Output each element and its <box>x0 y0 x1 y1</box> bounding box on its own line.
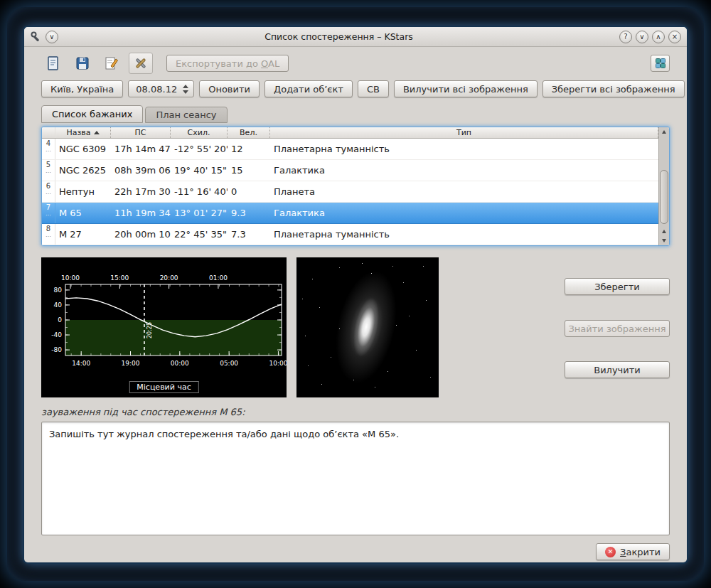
minimize-button[interactable]: ∨ <box>636 31 648 43</box>
spinbox-arrows-icon[interactable] <box>183 85 188 94</box>
row-number: 5… <box>42 160 55 181</box>
tab-wishlist[interactable]: Список бажаних <box>41 105 143 123</box>
top-tick-label: 10:00 <box>61 274 80 282</box>
row-number: 7… <box>42 203 55 223</box>
cell-type: Галактика <box>270 160 658 181</box>
find-image-button[interactable]: Знайти зображення <box>565 320 670 337</box>
add-object-button[interactable]: Додати об’єкт <box>264 80 353 97</box>
cell-mag: 0 <box>228 181 270 202</box>
cell-name: NGC 6309 <box>55 139 111 159</box>
cell-dec: 19° 40' 15" <box>171 160 228 181</box>
y-tick-label: 0 <box>58 316 62 324</box>
y-tick-label: -40 <box>51 331 62 338</box>
x-tick-label: 10:00 <box>269 360 287 367</box>
sort-ascending-icon <box>94 131 100 134</box>
save-list-button[interactable] <box>70 53 95 74</box>
main-toolbar: Експортувати до OAL <box>24 47 687 77</box>
cell-type: Галактика <box>270 203 658 223</box>
scrollbar-track[interactable] <box>659 137 669 227</box>
below-horizon-region <box>65 320 282 356</box>
table-row[interactable]: 4…NGC 630917h 14m 47s-12° 55' 20"12Плане… <box>42 139 658 160</box>
altitude-plot-svg: 14:0019:0000:0005:0010:0010:0015:0020:00… <box>41 257 287 373</box>
wut-button[interactable]: СВ <box>358 80 389 97</box>
date-picker[interactable]: 08.08.12 <box>128 80 194 97</box>
cell-ra: 08h 39m 06s <box>111 160 171 181</box>
x-tick-label: 00:00 <box>171 360 189 367</box>
object-image <box>296 257 439 397</box>
tab-session-plan[interactable]: План сеансу <box>145 107 227 123</box>
tools-button[interactable] <box>129 53 153 74</box>
scroll-up-alt-icon[interactable] <box>659 227 669 236</box>
x-tick-label: 14:00 <box>72 360 90 367</box>
header-name[interactable]: Назва <box>55 127 111 138</box>
maximize-button[interactable]: ∧ <box>652 31 665 43</box>
details-section: 14:0019:0000:0005:0010:0010:0015:0020:00… <box>41 257 670 397</box>
time-marker-label: 20:25 <box>146 322 153 338</box>
top-tick-label: 15:00 <box>110 274 129 282</box>
grid-view-icon <box>655 58 666 69</box>
altitude-vs-time-plot: 14:0019:0000:0005:0010:0010:0015:0020:00… <box>41 257 287 397</box>
export-label-post: AL <box>268 58 279 69</box>
scroll-up-icon[interactable] <box>659 127 669 137</box>
cell-dec: 22° 45' 35" <box>171 224 228 245</box>
remove-all-images-button[interactable]: Вилучити всі зображення <box>394 80 538 97</box>
header-ra[interactable]: ПС <box>111 127 171 138</box>
close-icon: ✕ <box>605 547 616 557</box>
table-scrollbar[interactable] <box>658 127 669 245</box>
y-tick-label: 40 <box>54 301 63 309</box>
window-title: Список спостереження – KStars <box>58 31 619 42</box>
cell-mag: 15 <box>228 160 270 181</box>
export-accel: O <box>261 58 268 69</box>
wizard-button[interactable] <box>100 53 124 74</box>
table-row[interactable]: 8…M 2720h 00m 10s22° 45' 35"7.3Планетарн… <box>42 224 658 245</box>
window-menu-button[interactable]: ∨ <box>46 31 58 43</box>
plot-xlabel: Місцевий час <box>129 381 198 393</box>
close-label: акрити <box>626 547 661 557</box>
export-oal-button[interactable]: Експортувати до OAL <box>166 55 289 72</box>
table-header-row: Назва ПС Схил. Вел. Тип <box>42 127 658 139</box>
table-row[interactable]: 7…M 6511h 19m 34s13° 01' 27"9.3Галактика <box>42 203 658 224</box>
save-all-images-button[interactable]: Зберегти всі зображення <box>542 80 685 97</box>
y-tick-label: 80 <box>54 287 63 294</box>
observing-list-table: Назва ПС Схил. Вел. Тип 4…NGC 630917h 14… <box>41 127 670 246</box>
corner-header <box>42 127 55 138</box>
table-row[interactable]: 5…NGC 262508h 39m 06s19° 40' 15"15Галакт… <box>42 160 658 181</box>
help-button[interactable]: ? <box>619 31 632 43</box>
x-tick-label: 19:00 <box>122 360 140 367</box>
cell-dec: -12° 55' 20" <box>171 139 228 159</box>
row-number: 4… <box>42 139 55 159</box>
cell-ra: 20h 00m 10s <box>111 224 171 245</box>
date-value: 08.08.12 <box>136 84 177 95</box>
cell-mag: 9.3 <box>228 203 270 223</box>
remove-button[interactable]: Вилучити <box>565 361 670 378</box>
location-button[interactable]: Київ, Україна <box>41 80 123 97</box>
save-button[interactable]: Зберегти <box>565 278 670 295</box>
tab-bar: Список бажаних План сеансу <box>41 105 670 123</box>
header-dec[interactable]: Схил. <box>171 127 228 138</box>
close-window-button[interactable]: × <box>668 31 681 43</box>
miniature-toggle-button[interactable] <box>651 55 670 72</box>
cell-dec: 13° 01' 27" <box>171 203 228 223</box>
update-button[interactable]: Оновити <box>199 80 260 97</box>
cell-mag: 7.3 <box>228 224 270 245</box>
scrollbar-thumb[interactable] <box>660 170 668 224</box>
header-name-label: Назва <box>66 128 90 137</box>
row-number: 8… <box>42 224 55 245</box>
header-mag[interactable]: Вел. <box>228 127 270 138</box>
cell-type: Планета <box>270 181 658 202</box>
row-number: 6… <box>42 181 55 202</box>
table-row[interactable]: 6…Нептун22h 17m 30s-11° 16' 40"0Планета <box>42 181 658 203</box>
star-field <box>296 257 297 258</box>
table-body: 4…NGC 630917h 14m 47s-12° 55' 20"12Плане… <box>42 139 658 245</box>
dialog-footer: ✕ Закрити <box>41 543 670 560</box>
close-button[interactable]: ✕ Закрити <box>596 543 670 560</box>
cell-name: M 27 <box>55 224 111 245</box>
open-list-button[interactable] <box>41 53 65 74</box>
header-type[interactable]: Тип <box>270 127 658 138</box>
cell-mag: 12 <box>228 139 270 159</box>
cell-ra: 17h 14m 47s <box>111 139 171 159</box>
top-tick-label: 01:00 <box>209 274 228 282</box>
scroll-down-icon[interactable] <box>659 236 669 245</box>
notes-textarea[interactable]: Запишіть тут журнал спостереження та/або… <box>41 422 670 535</box>
titlebar[interactable]: ∨ Список спостереження – KStars ? ∨ ∧ × <box>24 27 687 47</box>
